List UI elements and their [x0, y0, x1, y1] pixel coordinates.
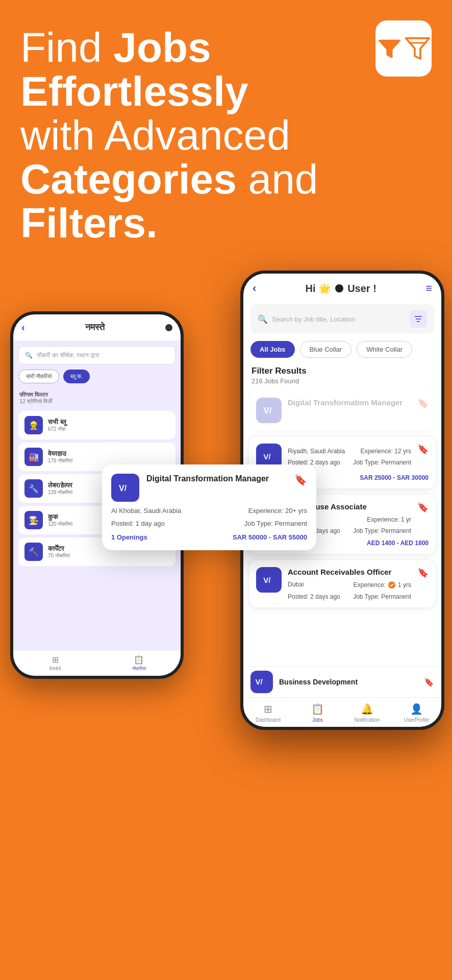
back-jobs-label: नौकरियां [132, 666, 146, 672]
back-blue-collar-btn[interactable]: ब्लू क. [63, 370, 90, 383]
back-nav-jobs[interactable]: 📋 नौकरियां [97, 655, 181, 672]
front-tabs: All Jobs Blue Collar White Collar [243, 338, 441, 363]
svg-marker-0 [379, 40, 400, 58]
back-results-label: परिणाम फिल्टर 12 श्रेणियां मिलीं [13, 388, 181, 408]
job-card-4[interactable]: V/ Account Receivables Officer Dubai Exp… [248, 559, 436, 608]
partial-job-title: Business Development [279, 678, 358, 686]
job-card-1[interactable]: V/ Digital Transformation Manager 🔖 [248, 390, 436, 431]
floating-salary: SAR 50000 - SAR 55000 [233, 533, 307, 541]
job2-location: Riyadh, Saudi Arabia [288, 448, 345, 455]
hero-with-advanced: with Advanced [20, 112, 290, 158]
filter-results-section: Filter Results 216 Jobs Found [243, 363, 441, 390]
job-info-2: Riyadh, Saudi Arabia Experience: 12 yrs … [288, 444, 411, 466]
company-logo-svg-1: V/ [261, 403, 277, 418]
front-menu-icon[interactable]: ≡ [425, 282, 432, 295]
company-logo-5: V/ [250, 671, 273, 693]
front-bottom-nav: ⊞ Dashboard 📋 Jobs 🔔 Notification 👤 [243, 697, 441, 727]
front-nav-jobs[interactable]: 📋 Jobs [293, 703, 342, 723]
company-logo-1: V/ [256, 398, 282, 423]
front-notification-icon: 🔔 [361, 703, 373, 715]
back-cat-name-4: कुक [48, 513, 72, 521]
search-icon-back: 🔍 [25, 352, 33, 359]
front-greeting: Hi 🌟User ! [306, 282, 376, 295]
svg-marker-2 [406, 38, 430, 59]
back-category-1[interactable]: 👷 सभी ब्लू 672 नौक. [18, 411, 175, 439]
front-search-bar[interactable]: 🔍 Search by Job title, Location [250, 304, 434, 334]
hero-title: Find Jobs Effortlessly with Advanced Cat… [20, 26, 432, 245]
tab-white-collar[interactable]: White Collar [357, 341, 412, 358]
job-info-4: Account Receivables Officer Dubai Experi… [288, 567, 411, 601]
job-info-1: Digital Transformation Manager [288, 398, 411, 408]
floating-experience: Experience: 20+ yrs [248, 507, 307, 514]
front-back-arrow[interactable]: ‹ [253, 282, 256, 295]
front-nav-profile[interactable]: 👤 UserProfile [392, 703, 441, 723]
bookmark-icon-2[interactable]: 🔖 [417, 444, 429, 455]
floating-posted: Posted: 1 day ago [111, 520, 165, 527]
bookmark-icon-1[interactable]: 🔖 [417, 398, 429, 409]
job3-type: Job Type: Permanent [353, 527, 411, 534]
back-search-bar[interactable]: 🔍 नौकरी का शीर्षक, स्थान द्वारा [18, 346, 175, 364]
floating-logo-svg: V/ [117, 480, 134, 496]
job4-posted: Posted: 2 days ago [288, 593, 340, 600]
back-cat-name-5: कार्पेंटर [48, 545, 70, 553]
job3-experience: Experience: 1 yr [367, 516, 411, 523]
funnel-icon [375, 32, 404, 65]
front-profile-label: UserProfile [404, 717, 429, 723]
camera-dot-front [335, 284, 343, 292]
back-cat-name-3: लेबर/हेल्पर [48, 481, 72, 489]
back-results-count: 12 श्रेणियां मिलीं [19, 398, 174, 405]
back-cat-icon-5: 🔨 [24, 543, 43, 561]
company-logo-4: V/ [256, 567, 282, 593]
back-arrow-icon[interactable]: ‹ [21, 322, 25, 333]
company-logo-svg-4: V/ [261, 572, 277, 587]
bookmark-icon-4[interactable]: 🔖 [417, 567, 429, 578]
front-notification-label: Notification [355, 717, 380, 723]
bookmark-icon-5[interactable]: 🔖 [424, 677, 434, 687]
front-search-placeholder: Search by Job title, Location [272, 315, 406, 323]
job2-type: Job Type: Permanent [353, 459, 411, 466]
front-profile-icon: 👤 [410, 703, 423, 715]
bookmark-icon-3[interactable]: 🔖 [417, 502, 429, 513]
hero-find: Find [20, 24, 113, 70]
back-cat-icon-2: 🏭 [24, 448, 43, 466]
filter-icon-box[interactable] [375, 20, 432, 77]
hero-jobs: Jobs [113, 24, 211, 70]
job4-location: Dubai [288, 581, 304, 589]
front-nav-dashboard[interactable]: ⊞ Dashboard [243, 703, 293, 723]
job3-salary: AED 1400 - AED 1800 [367, 540, 429, 547]
phones-container: ‹ नमस्ते 🔍 नौकरी का शीर्षक, स्थान द्वारा… [0, 271, 452, 970]
back-cat-name-1: सभी ब्लू [48, 418, 67, 426]
back-cat-count-2: 176 नौकरियां [48, 458, 72, 464]
floating-location: Al Khobar, Saudi Arabia [111, 507, 181, 514]
back-all-jobs-btn[interactable]: सारी नौकरियां [18, 370, 59, 383]
front-nav-notification[interactable]: 🔔 Notification [342, 703, 392, 723]
back-cat-icon-3: 🔧 [24, 479, 43, 498]
svg-text:V/: V/ [263, 576, 271, 584]
back-cat-name-2: वेयरहाउ [48, 450, 72, 458]
floating-bookmark-icon[interactable]: 🔖 [294, 474, 307, 486]
front-filter-btn[interactable] [410, 310, 427, 328]
funnel-svg [404, 32, 432, 65]
back-filter-buttons: सारी नौकरियां ब्लू क. [13, 370, 181, 388]
company-logo-svg-2: V/ [261, 449, 277, 464]
hero-effortlessly: Effortlessly [20, 68, 248, 114]
floating-meta-row1: Al Khobar, Saudi Arabia Experience: 20+ … [111, 507, 307, 514]
back-nav-dashboard[interactable]: ⊞ डैशबोर्ड [13, 655, 97, 672]
tab-blue-collar[interactable]: Blue Collar [300, 341, 352, 358]
back-dashboard-icon: ⊞ [52, 655, 59, 665]
floating-company-logo: V/ [111, 474, 139, 502]
job-title-4: Account Receivables Officer [288, 567, 411, 577]
tab-all-jobs[interactable]: All Jobs [250, 341, 295, 358]
floating-job-card[interactable]: V/ Digital Transformation Manager 🔖 Al K… [102, 464, 316, 550]
filter-lines-icon [414, 314, 423, 324]
back-filter-label: परिणाम फिल्टर [19, 391, 174, 398]
svg-text:V/: V/ [263, 406, 271, 416]
floating-openings: 1 Openings [111, 533, 147, 541]
back-cat-count-3: 139 नौकरियां [48, 489, 72, 496]
job-title-1: Digital Transformation Manager [288, 398, 411, 408]
hero-and: and [237, 156, 318, 202]
front-jobs-label: Jobs [312, 717, 323, 723]
floating-job-type: Job Type: Permanent [244, 520, 307, 527]
back-search-placeholder: नौकरी का शीर्षक, स्थान द्वारा [37, 352, 99, 359]
back-cat-count-1: 672 नौक. [48, 426, 67, 432]
